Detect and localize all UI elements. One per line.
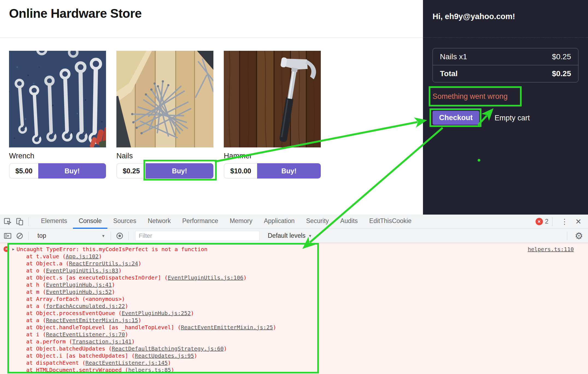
price-nails: $0.25 bbox=[116, 163, 146, 179]
stack-file-link[interactable]: helpers.ts:85 bbox=[128, 367, 171, 373]
product-list: Wrench $5.00 Buy! bbox=[9, 51, 321, 179]
tab-sources[interactable]: Sources bbox=[107, 215, 142, 229]
cart-item-price: $0.25 bbox=[552, 52, 571, 61]
empty-cart-button[interactable]: Empty cart bbox=[495, 114, 530, 122]
clear-console-icon[interactable] bbox=[14, 230, 26, 241]
stack-frame: at Object.handleTopLevel [as _handleTopL… bbox=[26, 324, 588, 331]
stack-file-link[interactable]: forEachAccumulated.js:22 bbox=[46, 303, 125, 309]
buy-button-nails[interactable]: Buy! bbox=[146, 163, 213, 179]
tab-audits[interactable]: Audits bbox=[334, 215, 363, 229]
toolbar-separator-2 bbox=[111, 231, 111, 240]
toolbar-separator-1 bbox=[28, 231, 29, 240]
tabbar-right-separator bbox=[552, 217, 552, 226]
log-levels-selector[interactable]: Default levels ▼ bbox=[268, 232, 312, 239]
stack-frame: at o (EventPluginUtils.js:83) bbox=[26, 267, 588, 274]
stack-file-link[interactable]: ReactEventListener.js:145 bbox=[86, 360, 168, 366]
stack-file-link[interactable]: App.js:102 bbox=[66, 253, 99, 260]
close-devtools-icon[interactable]: ✕ bbox=[572, 217, 584, 226]
stack-file-link[interactable]: ReactEventEmitterMixin.js:25 bbox=[181, 324, 273, 331]
cart-table: Nails x1 $0.25 Total $0.25 bbox=[433, 48, 578, 82]
stack-frame: at m (EventPluginHub.js:52) bbox=[26, 288, 588, 295]
stack-file-link[interactable]: ReactEventEmitterMixin.js:15 bbox=[46, 317, 138, 323]
stack-file-link[interactable]: ReactDefaultBatchingStrategy.js:60 bbox=[112, 345, 224, 352]
tab-network[interactable]: Network bbox=[142, 215, 177, 229]
stack-frame: at Object.a (ReactErrorUtils.js:24) bbox=[26, 260, 588, 267]
price-hammer: $10.00 bbox=[224, 163, 257, 179]
console-log-area: ✕ ▶ Uncaught TypeError: this.myCodeIsPer… bbox=[0, 243, 588, 374]
product-row-wrench: $5.00 Buy! bbox=[9, 163, 106, 179]
cart-item-row: Nails x1 $0.25 bbox=[433, 48, 578, 65]
inspect-element-icon[interactable] bbox=[2, 216, 14, 227]
stack-frame: at Object.s [as executeDispatchesInOrder… bbox=[26, 274, 588, 281]
buy-button-wrench[interactable]: Buy! bbox=[38, 163, 106, 179]
context-value: top bbox=[37, 232, 46, 239]
product-row-nails: $0.25 Buy! bbox=[116, 163, 213, 179]
device-toolbar-icon[interactable] bbox=[14, 216, 26, 227]
toolbar-separator-4 bbox=[567, 231, 567, 240]
stack-file-link[interactable]: ReactErrorUtils.js:24 bbox=[69, 260, 138, 267]
checkout-button[interactable]: Checkout bbox=[433, 111, 479, 125]
cart-total-row: Total $0.25 bbox=[433, 65, 578, 82]
product-name-wrench: Wrench bbox=[9, 152, 106, 162]
more-menu-icon[interactable]: ⋮ bbox=[557, 217, 571, 226]
stack-file-link[interactable]: EventPluginUtils.js:83 bbox=[46, 267, 118, 274]
stack-frame: at Array.forEach (<anonymous>) bbox=[26, 295, 588, 302]
product-card-nails: Nails $0.25 Buy! bbox=[116, 51, 213, 179]
product-name-nails: Nails bbox=[116, 152, 213, 162]
chevron-down-icon: ▼ bbox=[308, 234, 312, 238]
stack-frame: at h (EventPluginHub.js:41) bbox=[26, 281, 588, 288]
console-error-message: Uncaught TypeError: this.myCodeIsPerfect… bbox=[17, 246, 207, 253]
error-x-glyph: ✕ bbox=[5, 247, 8, 251]
cart-item-name: Nails x1 bbox=[440, 52, 467, 61]
filter-input[interactable] bbox=[135, 231, 260, 241]
settings-gear-icon[interactable]: ⚙ bbox=[570, 230, 588, 241]
cart-error-message: Something went wrong bbox=[433, 92, 508, 101]
product-card-hammer: Hammer $10.00 Buy! bbox=[224, 51, 321, 179]
stack-file-link[interactable]: EventPluginHub.js:41 bbox=[46, 281, 112, 288]
tab-application[interactable]: Application bbox=[258, 215, 301, 229]
stack-frame: at Object.batchedUpdates (ReactDefaultBa… bbox=[26, 345, 588, 352]
devtools-tabbar: ElementsConsoleSourcesNetworkPerformance… bbox=[0, 215, 588, 229]
stack-file-link[interactable]: EventPluginHub.js:52 bbox=[46, 289, 112, 295]
stack-file-link[interactable]: EventPluginHub.js:252 bbox=[122, 310, 191, 316]
nails-product-image bbox=[116, 51, 213, 147]
source-file-link[interactable]: helpers.ts:110 bbox=[528, 246, 574, 253]
stack-file-link[interactable]: EventPluginUtils.js:106 bbox=[168, 274, 243, 281]
error-badge-icon[interactable]: ✕ bbox=[536, 218, 543, 225]
tab-security[interactable]: Security bbox=[300, 215, 334, 229]
stack-frame: at a.perform (Transaction.js:141) bbox=[26, 338, 588, 345]
buy-button-hammer[interactable]: Buy! bbox=[257, 163, 321, 179]
levels-value: Default levels bbox=[268, 232, 305, 239]
stack-frame: at HTMLDocument.sentryWrapped (helpers.t… bbox=[26, 366, 588, 373]
price-wrench: $5.00 bbox=[9, 163, 38, 179]
context-selector[interactable]: top ▼ bbox=[35, 232, 108, 239]
header-divider bbox=[0, 37, 423, 38]
tab-console[interactable]: Console bbox=[73, 215, 107, 229]
chevron-down-icon: ▼ bbox=[101, 234, 105, 238]
tabbar-separator bbox=[28, 217, 29, 226]
console-sidebar-icon[interactable] bbox=[2, 230, 14, 241]
stack-trace: at t.value (App.js:102)at Object.a (Reac… bbox=[26, 253, 588, 373]
tab-editthiscookie[interactable]: EditThisCookie bbox=[363, 215, 417, 229]
devtools-tabs: ElementsConsoleSourcesNetworkPerformance… bbox=[35, 215, 417, 229]
tab-memory[interactable]: Memory bbox=[224, 215, 258, 229]
stack-file-link[interactable]: Transaction.js:141 bbox=[72, 338, 132, 345]
expand-triangle-icon[interactable]: ▶ bbox=[12, 247, 14, 251]
hammer-product-image bbox=[224, 51, 321, 147]
stack-file-link[interactable]: ReactUpdates.js:95 bbox=[135, 352, 194, 359]
stack-frame: at Object.processEventQueue (EventPlugin… bbox=[26, 310, 588, 317]
error-circle-icon: ✕ bbox=[4, 246, 9, 252]
eye-icon[interactable] bbox=[114, 230, 126, 241]
stack-frame: at a (forEachAccumulated.js:22) bbox=[26, 302, 588, 310]
cart-divider bbox=[423, 37, 588, 38]
product-row-hammer: $10.00 Buy! bbox=[224, 163, 321, 179]
tab-elements[interactable]: Elements bbox=[35, 215, 73, 229]
cart-sidebar: Hi, eh9y@yahoo.com! Nails x1 $0.25 Total… bbox=[423, 0, 588, 215]
tab-performance[interactable]: Performance bbox=[177, 215, 224, 229]
stack-frame: at i (ReactEventListener.js:70) bbox=[26, 331, 588, 338]
console-toolbar: top ▼ Default levels ▼ ⚙ bbox=[0, 229, 588, 243]
cart-total-label: Total bbox=[440, 69, 458, 78]
stack-file-link[interactable]: ReactEventListener.js:70 bbox=[46, 331, 125, 338]
stack-frame: at t.value (App.js:102) bbox=[26, 253, 588, 260]
wrench-product-image bbox=[9, 51, 106, 147]
